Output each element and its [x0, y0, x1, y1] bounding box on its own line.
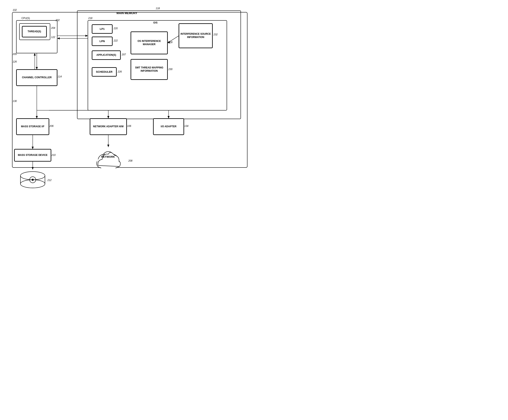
network-cloud: [90, 145, 127, 172]
network-adapter-box: NETWORK ADAPTER H/W: [90, 118, 127, 135]
lp1-label: LP1: [100, 27, 105, 31]
ref-232-label: 232: [214, 33, 218, 36]
interference-source-label: INTERFERENCE SOURCE INFORMATION: [179, 32, 212, 39]
mass-storage-device-box: MASS STORAGE DEVICE: [14, 149, 51, 161]
channel-controller-label: CHANNEL CONTROLLER: [22, 76, 52, 79]
svg-marker-19: [36, 67, 38, 69]
svg-marker-23: [85, 35, 88, 37]
os-interference-manager-box: OS INTERFERENCE MANAGER: [131, 32, 168, 54]
ref-222-label: 222: [114, 39, 118, 42]
ref-114-label: 114: [58, 75, 62, 78]
interference-source-box: INTERFERENCE SOURCE INFORMATION: [179, 23, 213, 48]
mass-storage-if-box: MASS STORAGE I/F: [16, 118, 49, 135]
network-label: NETWORK: [101, 155, 115, 158]
ref-228-label: 228: [168, 41, 172, 44]
main-memory-label: MAIN MEMORY: [116, 11, 137, 15]
os-label: O/S: [153, 21, 157, 24]
ref-204-label: 204: [51, 27, 55, 29]
ref-118-label: 118: [156, 7, 160, 10]
channel-controller-box: CHANNEL CONTROLLER: [16, 69, 57, 86]
ref-218-label: 218: [88, 17, 92, 20]
svg-marker-38: [32, 167, 34, 169]
ref-134-label: 134: [184, 125, 188, 127]
mass-storage-device-label: MASS STORAGE DEVICE: [18, 154, 47, 157]
ref-130-label: 130: [13, 100, 17, 103]
ref-206-label: 206: [49, 125, 53, 127]
svg-marker-27: [36, 116, 38, 118]
lpn-label: LPN: [99, 40, 105, 43]
io-adapter-label: I/O ADAPTER: [161, 125, 177, 128]
os-interference-manager-label: OS INTERFERENCE MANAGER: [131, 40, 167, 46]
scheduler-box: SCHEDULER: [92, 67, 116, 76]
threads-label: THREAD(S): [28, 30, 41, 33]
svg-marker-33: [168, 116, 170, 118]
ref-210-label: 210: [52, 154, 56, 156]
svg-point-48: [32, 179, 34, 181]
ref-226-label: 226: [118, 70, 122, 73]
svg-point-47: [30, 177, 36, 183]
ref-102-label: 102: [13, 8, 17, 11]
ref-202-label: 202: [56, 19, 60, 22]
svg-marker-30: [107, 116, 109, 118]
ref-207-label: 207: [122, 53, 126, 56]
ref-106-label: 106: [127, 125, 131, 127]
smt-thread-mapping-label: SMT THREAD MAPPING INFORMATION: [131, 66, 167, 73]
lpn-box: LPN: [92, 37, 112, 46]
ref-126-label: 126: [13, 60, 17, 63]
threads-box: THREAD(S): [22, 26, 47, 37]
cpus-label: CPU(S): [22, 17, 30, 20]
ref-208-label: 208: [128, 159, 132, 162]
network-adapter-label: NETWORK ADAPTER H/W: [93, 125, 124, 128]
ref-212-label: 212: [47, 179, 52, 182]
ref-230-label: 230: [168, 68, 172, 71]
lp1-box: LP1: [92, 24, 112, 34]
ref-122-label: 122: [51, 36, 55, 39]
svg-marker-21: [34, 53, 36, 56]
applications-box: APPLICATION(S): [92, 51, 120, 60]
applications-label: APPLICATION(S): [97, 53, 116, 57]
ref-205-label: 205: [13, 53, 17, 56]
scheduler-label: SCHEDULER: [96, 70, 112, 74]
svg-marker-25: [57, 37, 60, 39]
svg-marker-36: [32, 147, 34, 149]
diagram-container: 102 CPU(S) 202 THREAD(S) 204 122 205 126…: [0, 0, 254, 210]
svg-point-43: [20, 172, 45, 180]
ref-220-label: 220: [114, 27, 118, 30]
svg-point-46: [20, 180, 45, 188]
io-adapter-box: I/O ADAPTER: [153, 118, 184, 135]
mass-storage-if-label: MASS STORAGE I/F: [21, 125, 44, 128]
smt-thread-mapping-box: SMT THREAD MAPPING INFORMATION: [131, 59, 168, 80]
